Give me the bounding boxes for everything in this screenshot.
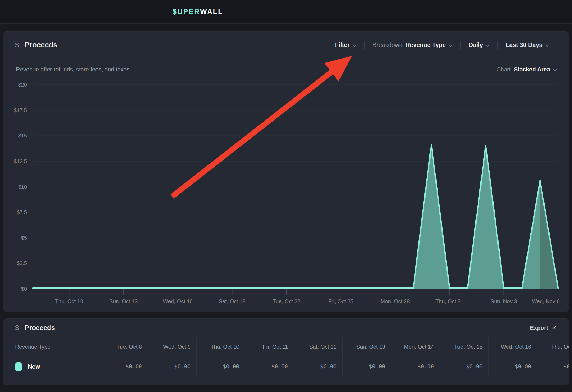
chevron-down-icon <box>545 42 549 49</box>
chart-plot-area[interactable] <box>33 85 558 289</box>
filter-label: Filter <box>335 42 350 49</box>
chart-type-value: Stacked Area <box>514 66 550 73</box>
date-range-control[interactable]: Last 30 Days <box>498 32 557 59</box>
date-range-value: Last 30 Days <box>506 42 542 49</box>
table-card-title: Proceeds <box>25 324 55 332</box>
table-body: New$0.00$0.00$0.00$0.00$0.00$0.00$0.00$0… <box>3 356 569 377</box>
breakdown-control[interactable]: Breakdown Revenue Type <box>365 32 460 59</box>
export-label: Export <box>530 325 548 331</box>
table-header-cell: Tue, Oct 15 <box>440 337 488 356</box>
topbar: $UPERWALL <box>0 0 572 24</box>
table-header-cell: Sun, Oct 13 <box>342 337 391 356</box>
proceeds-table-card: $ Proceeds Export Revenue TypeTue, Oct 8… <box>3 318 569 385</box>
proceeds-table: Revenue TypeTue, Oct 8Wed, Oct 9Thu, Oct… <box>3 337 569 377</box>
chevron-down-icon <box>449 42 452 49</box>
page: $UPERWALL $ Proceeds Filter Breakdown Re… <box>0 0 572 392</box>
table-card-header: $ Proceeds Export <box>3 319 569 337</box>
breakdown-value: Revenue Type <box>405 42 446 49</box>
table-header-cell: Revenue Type <box>3 337 99 356</box>
superwall-logo[interactable]: $UPERWALL <box>173 0 223 24</box>
value-cell: $0.00 <box>99 356 148 377</box>
chart-controls: Filter Breakdown Revenue Type Daily Last… <box>327 32 557 59</box>
chart-subheader: Revenue after refunds, store fees, and t… <box>3 59 569 80</box>
chevron-down-icon <box>553 66 557 73</box>
table-header-cell: Fri, Oct 11 <box>245 337 294 356</box>
table-card-title-group: $ Proceeds <box>15 324 55 332</box>
table-header-cell: Thu, Oct 17 <box>537 337 569 356</box>
table-header-row: Revenue TypeTue, Oct 8Wed, Oct 9Thu, Oct… <box>3 337 569 356</box>
value-cell: $0.00 <box>440 356 488 377</box>
value-cell: $0.00 <box>196 356 245 377</box>
logo-accent: $UPER <box>173 8 200 16</box>
granularity-control[interactable]: Daily <box>461 32 497 59</box>
chart-subtitle: Revenue after refunds, store fees, and t… <box>16 66 129 73</box>
export-button[interactable]: Export <box>530 324 557 332</box>
chevron-down-icon <box>353 42 356 49</box>
value-cell: $0.00 <box>537 356 569 377</box>
table-header-cell: Thu, Oct 10 <box>196 337 245 356</box>
chevron-down-icon <box>486 42 490 49</box>
table-header-cell: Tue, Oct 8 <box>99 337 148 356</box>
value-cell: $0.00 <box>148 356 196 377</box>
table-row: New$0.00$0.00$0.00$0.00$0.00$0.00$0.00$0… <box>3 356 569 377</box>
chart-type-control[interactable]: Chart Stacked Area <box>497 66 557 73</box>
dollar-icon: $ <box>15 41 19 49</box>
table-header-cell: Wed, Oct 16 <box>488 337 537 356</box>
row-label: New <box>28 363 40 370</box>
dollar-icon: $ <box>15 324 19 332</box>
table-header-cell: Wed, Oct 9 <box>148 337 196 356</box>
value-cell: $0.00 <box>488 356 537 377</box>
granularity-value: Daily <box>468 42 483 49</box>
breakdown-label: Breakdown <box>372 42 403 49</box>
value-cell: $0.00 <box>245 356 294 377</box>
chart-card-header: $ Proceeds Filter Breakdown Revenue Type… <box>3 32 569 59</box>
table-header-cell: Mon, Oct 14 <box>391 337 440 356</box>
series-color-swatch <box>15 362 22 371</box>
chart-type-label: Chart <box>497 66 511 73</box>
value-cell: $0.00 <box>294 356 342 377</box>
filter-control[interactable]: Filter <box>327 32 364 59</box>
value-cell: $0.00 <box>391 356 440 377</box>
revenue-type-cell: New <box>3 356 99 377</box>
value-cell: $0.00 <box>342 356 391 377</box>
chart-card-title: Proceeds <box>25 41 57 49</box>
download-icon <box>551 324 557 332</box>
table-header-cell: Sat, Oct 12 <box>294 337 342 356</box>
logo-rest: WALL <box>200 8 223 16</box>
chart-card-title-group: $ Proceeds <box>15 41 57 49</box>
